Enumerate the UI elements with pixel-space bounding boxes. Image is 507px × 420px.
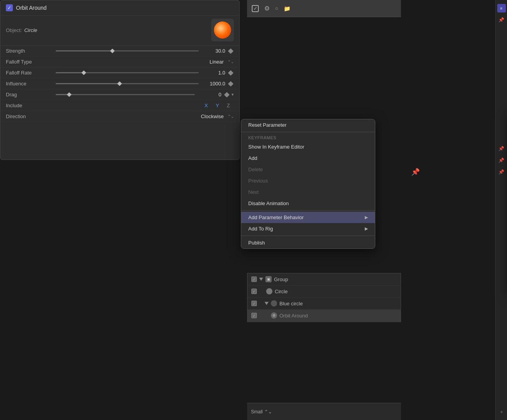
include-axes: X Y Z [53, 103, 234, 108]
falloff-type-row: Falloff Type Linear ⌃⌄ [0, 57, 239, 67]
top-bar: ✓ ⚙ ○ 📁 [247, 0, 401, 17]
circle-check[interactable]: ✓ [251, 289, 257, 294]
falloff-type-dropdown[interactable]: Linear ⌃⌄ [53, 59, 234, 65]
group-name: Group [274, 276, 288, 282]
influence-label: Influence [6, 81, 53, 87]
bottom-bar: Small ⌃⌄ [247, 403, 401, 420]
layer-group[interactable]: ✓ ▣ Group [247, 273, 401, 285]
folder-icon[interactable]: 📁 [284, 5, 290, 12]
falloff-type-value: Linear [53, 59, 225, 65]
direction-arrow: ⌃⌄ [228, 114, 234, 119]
falloff-rate-row: Falloff Rate 1.0 [0, 67, 239, 78]
falloff-rate-slider[interactable] [53, 72, 202, 73]
gear-icon[interactable]: ⚙ [264, 5, 270, 12]
strength-keyframe[interactable] [228, 49, 234, 53]
group-expand[interactable] [259, 278, 263, 281]
influence-keyframe[interactable] [228, 82, 234, 86]
menu-add-to-rig[interactable]: Add To Rig ▶ [241, 223, 375, 234]
object-value: Circle [24, 27, 211, 33]
sidebar-icon-pin-2[interactable]: 📌 [497, 144, 506, 153]
drag-row: Drag 0 ▾ [0, 89, 239, 100]
small-dropdown[interactable]: Small ⌃⌄ [251, 409, 272, 415]
top-bar-check[interactable]: ✓ [252, 5, 259, 12]
menu-divider-3 [241, 236, 375, 236]
orbit-check[interactable]: ✓ [251, 313, 257, 318]
menu-add-parameter-behavior[interactable]: Add Parameter Behavior ▶ [241, 212, 375, 223]
menu-publish[interactable]: Publish [241, 237, 375, 248]
falloff-type-label: Falloff Type [6, 59, 53, 65]
panel-title: Orbit Around [16, 5, 47, 11]
include-row: Include X Y Z [0, 100, 239, 111]
context-menu: Reset Parameter KEYFRAMES Show In Keyfra… [241, 119, 375, 249]
blue-circle-expand[interactable] [265, 302, 269, 305]
layer-circle[interactable]: ✓ Circle [247, 285, 401, 298]
layers-panel: ✓ ▣ Group ✓ Circle ✓ Blue circle ✓ ⚙ Orb… [247, 273, 401, 322]
layer-orbit-around[interactable]: ✓ ⚙ Orbit Around [247, 310, 401, 322]
dark-right-area [401, 0, 495, 420]
sidebar-icon-pin-1[interactable]: 📌 [497, 16, 506, 24]
keyframe-diamond [228, 48, 233, 53]
orbit-around-panel: ✓ Orbit Around Object: Circle Strength 3… [0, 0, 240, 160]
pin-icon[interactable]: 📌 [411, 168, 420, 176]
strength-label: Strength [6, 48, 53, 54]
include-z[interactable]: Z [227, 103, 230, 108]
strength-row: Strength 30.0 [0, 46, 239, 57]
menu-keyframes-header: KEYFRAMES [241, 133, 375, 141]
right-sidebar: ≡ 📌 📌 📌 📌 ＋ [495, 0, 507, 420]
drag-keyframe[interactable] [224, 92, 230, 97]
include-label: Include [6, 103, 53, 108]
drag-label: Drag [6, 92, 53, 97]
circle-thumbnail [214, 21, 231, 39]
orbit-enabled-checkbox[interactable]: ✓ [6, 4, 13, 11]
influence-slider[interactable] [53, 83, 202, 84]
orbit-gear-icon: ⚙ [271, 312, 277, 319]
rig-arrow: ▶ [365, 226, 368, 231]
drag-slider[interactable] [53, 94, 198, 95]
blue-circle-icon [271, 300, 277, 307]
blue-circle-check[interactable]: ✓ [251, 301, 257, 306]
direction-value: Clockwise [53, 113, 225, 119]
panel-title-row: ✓ Orbit Around [0, 0, 239, 16]
sidebar-icon-pin-4[interactable]: 📌 [497, 168, 506, 176]
direction-label: Direction [6, 113, 53, 119]
include-x[interactable]: X [205, 103, 208, 108]
menu-divider-1 [241, 132, 375, 132]
sidebar-icon-pin-3[interactable]: 📌 [497, 156, 506, 165]
include-y[interactable]: Y [216, 103, 219, 108]
influence-value: 1000.0 [202, 81, 225, 87]
small-arrow: ⌃⌄ [264, 409, 272, 415]
strength-value: 30.0 [202, 48, 225, 54]
menu-delete: Delete [241, 164, 375, 175]
menu-reset-parameter[interactable]: Reset Parameter [241, 119, 375, 131]
sidebar-icon-plus[interactable]: ＋ [497, 408, 506, 416]
small-label: Small [251, 409, 263, 415]
sidebar-icon-blue[interactable]: ≡ [497, 4, 506, 12]
menu-add[interactable]: Add [241, 152, 375, 164]
falloff-rate-keyframe[interactable] [228, 71, 234, 75]
direction-dropdown[interactable]: Clockwise ⌃⌄ [53, 113, 234, 119]
falloff-rate-value: 1.0 [202, 70, 225, 76]
direction-row: Direction Clockwise ⌃⌄ [0, 111, 239, 122]
layer-blue-circle[interactable]: ✓ Blue circle [247, 298, 401, 310]
falloff-rate-label: Falloff Rate [6, 70, 53, 76]
object-label: Object: [6, 27, 22, 33]
keyframe-diamond-2 [228, 70, 233, 75]
influence-row: Influence 1000.0 [0, 78, 239, 89]
falloff-type-arrow: ⌃⌄ [228, 60, 234, 64]
circle-icon [266, 288, 272, 294]
blue-circle-name: Blue circle [279, 301, 303, 307]
menu-divider-2 [241, 210, 375, 211]
menu-show-keyframe-editor[interactable]: Show In Keyframe Editor [241, 141, 375, 152]
orbit-name: Orbit Around [279, 313, 308, 319]
object-preview [211, 19, 234, 41]
menu-previous: Previous [241, 175, 375, 186]
submenu-arrow: ▶ [365, 215, 368, 220]
group-check[interactable]: ✓ [251, 276, 257, 282]
drag-expand[interactable]: ▾ [231, 92, 234, 97]
menu-disable-animation[interactable]: Disable Animation [241, 198, 375, 209]
group-icon: ▣ [265, 276, 272, 282]
keyframe-diamond-4 [224, 92, 230, 97]
strength-slider[interactable] [53, 50, 202, 51]
top-bar-circle[interactable]: ○ [275, 5, 278, 11]
menu-next: Next [241, 186, 375, 198]
